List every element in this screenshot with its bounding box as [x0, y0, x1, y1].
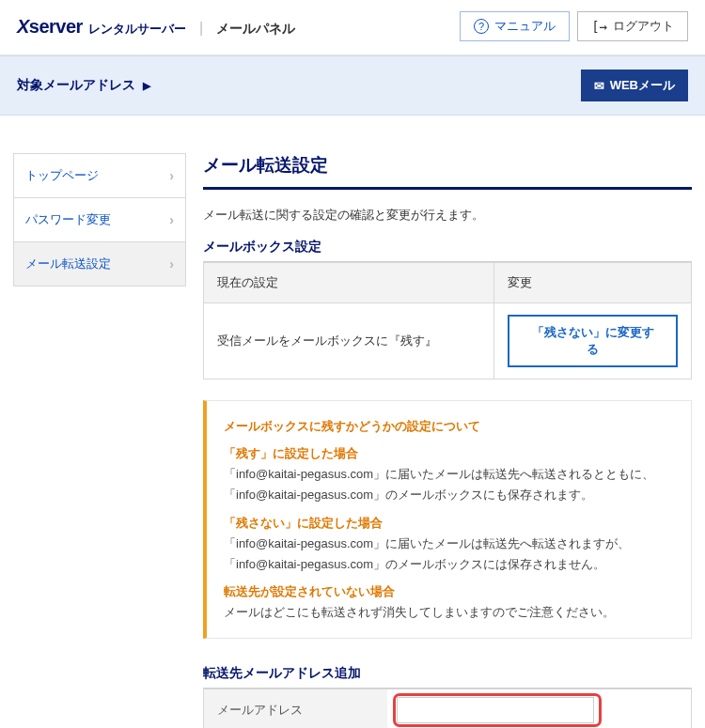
- brand: XXserverserver レンタルサーバー | メールパネル: [17, 16, 295, 38]
- info-case2-b: 「info@kaitai-pegasus.com」に届いたメールは転送先へ転送さ…: [224, 534, 674, 575]
- sidenav-item-password[interactable]: パスワード変更 ›: [14, 198, 185, 242]
- manual-button[interactable]: ? マニュアル: [460, 11, 570, 41]
- main-content: メール転送設定 メール転送に関する設定の確認と変更が行えます。 メールボックス設…: [203, 153, 692, 728]
- sidenav-item-top[interactable]: トップページ ›: [14, 154, 185, 198]
- target-label[interactable]: 対象メールアドレス ▶: [17, 77, 150, 94]
- chevron-right-icon: ›: [169, 168, 174, 183]
- header-buttons: ? マニュアル [→ ログアウト: [460, 11, 688, 41]
- sidenav-label: パスワード変更: [25, 211, 111, 228]
- current-setting: 受信メールをメールボックスに『残す』: [204, 303, 494, 379]
- col-change: 変更: [494, 263, 692, 303]
- info-case3-b: メールはどこにも転送されず消失してしまいますのでご注意ください。: [224, 602, 674, 623]
- logout-button[interactable]: [→ ログアウト: [577, 11, 688, 41]
- mail-icon: ✉: [594, 79, 604, 93]
- add-label: メールアドレス: [204, 689, 387, 728]
- webmail-button[interactable]: ✉ WEBメール: [581, 70, 688, 101]
- app-header: XXserverserver レンタルサーバー | メールパネル ? マニュアル…: [0, 0, 705, 55]
- chevron-right-icon: ›: [169, 212, 174, 227]
- manual-label: マニュアル: [494, 18, 556, 35]
- page-title: メール転送設定: [203, 153, 692, 190]
- logo-subtitle: レンタルサーバー: [88, 21, 186, 38]
- info-case1-h: 「残す」に設定した場合: [224, 444, 674, 464]
- sidenav-item-forward[interactable]: メール転送設定 ›: [14, 242, 185, 286]
- col-current: 現在の設定: [204, 263, 494, 303]
- panel-title: メールパネル: [216, 21, 295, 38]
- sidenav-label: メール転送設定: [25, 256, 111, 272]
- help-icon: ?: [474, 19, 489, 34]
- logo: XXserverserver: [17, 16, 83, 38]
- change-button[interactable]: 「残さない」に変更する: [508, 315, 678, 367]
- info-title: メールボックスに残すかどうかの設定について: [224, 416, 674, 437]
- webmail-label: WEBメール: [610, 77, 675, 94]
- mailbox-heading: メールボックス設定: [203, 239, 692, 262]
- triangle-icon: ▶: [143, 80, 150, 92]
- page-description: メール転送に関する設定の確認と変更が行えます。: [203, 207, 692, 224]
- info-case2-h: 「残さない」に設定した場合: [224, 514, 674, 534]
- add-row: メールアドレス: [203, 689, 692, 728]
- side-nav: トップページ › パスワード変更 › メール転送設定 ›: [13, 153, 186, 287]
- info-case3-h: 転送先が設定されていない場合: [224, 582, 674, 602]
- logout-label: ログアウト: [613, 18, 674, 35]
- target-bar: 対象メールアドレス ▶ ✉ WEBメール: [0, 55, 705, 116]
- logout-icon: [→: [591, 19, 607, 34]
- sidenav-label: トップページ: [25, 167, 99, 184]
- add-heading: 転送先メールアドレス追加: [203, 665, 692, 689]
- divider: |: [199, 20, 203, 37]
- info-box: メールボックスに残すかどうかの設定について 「残す」に設定した場合 「info@…: [203, 400, 692, 639]
- info-case1-b: 「info@kaitai-pegasus.com」に届いたメールは転送先へ転送さ…: [224, 464, 674, 505]
- email-input[interactable]: [397, 697, 594, 723]
- chevron-right-icon: ›: [169, 256, 174, 271]
- mailbox-table: 現在の設定 変更 受信メールをメールボックスに『残す』 「残さない」に変更する: [203, 262, 692, 379]
